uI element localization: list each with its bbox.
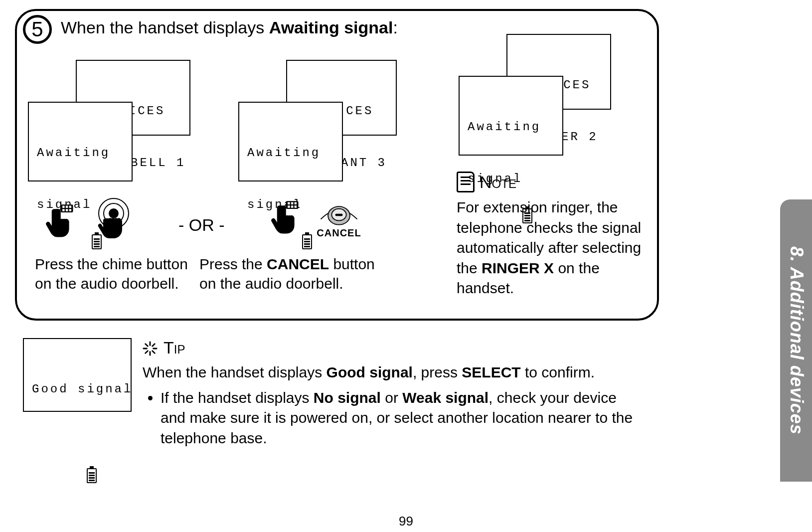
tip-bullet-mid: or	[381, 389, 402, 406]
page: 5 When the handset displays Awaiting sig…	[0, 0, 812, 532]
svg-rect-1	[62, 206, 65, 208]
tip-bullet-list: If the handset displays No signal or Wea…	[143, 388, 641, 449]
svg-line-27	[146, 351, 148, 353]
tip-line1-mid: , press	[413, 364, 462, 380]
svg-point-9	[109, 208, 119, 218]
lcd-stack-doorbell: DEVICES >DOORBELL 1 Awaiting signal	[28, 60, 177, 184]
lcd-await-1: Awaiting	[247, 145, 334, 162]
tip-body: When the handset displays Good signal, p…	[143, 362, 641, 383]
cancel-button-graphic: CANCEL	[314, 196, 364, 239]
svg-line-26	[153, 344, 155, 346]
tip-title: Tip	[163, 338, 185, 357]
cancel-button-label: CANCEL	[317, 227, 361, 239]
or-label: - OR -	[178, 215, 225, 235]
tip-bullet-pre: If the handset displays	[161, 389, 314, 406]
tip-line1-b2: SELECT	[462, 364, 520, 380]
svg-rect-15	[291, 205, 294, 208]
svg-rect-13	[295, 202, 297, 204]
tip-block: Tip When the handset displays Good signa…	[143, 338, 641, 450]
tip-bullet-b1: No signal	[314, 389, 381, 406]
step-number: 5	[31, 17, 43, 41]
svg-rect-6	[69, 209, 72, 211]
note-body: For extension ringer, the telephone chec…	[457, 197, 646, 299]
note-icon	[457, 172, 475, 192]
svg-rect-4	[62, 209, 65, 211]
tip-bullet: If the handset displays No signal or Wea…	[161, 388, 641, 449]
lcd-stack-ringer: DEVICES >RINGER 2 Awaiting signal	[459, 34, 608, 159]
note-heading: Note	[457, 172, 646, 192]
svg-rect-2	[66, 206, 68, 208]
action-chime-text: Press the chime button on the audio door…	[35, 254, 190, 293]
tip-line1-b1: Good signal	[326, 364, 413, 380]
step-number-badge: 5	[23, 15, 52, 44]
step-heading-pre: When the handset displays	[61, 18, 269, 37]
lcd-front-pendant: Awaiting signal	[238, 102, 343, 181]
svg-line-24	[146, 344, 148, 346]
section-tab: 8. Additional devices	[780, 199, 812, 482]
note-block: Note For extension ringer, the telephone…	[457, 172, 646, 299]
tip-line1-post: to confirm.	[521, 364, 595, 380]
lcd-front-doorbell: Awaiting signal	[28, 102, 133, 181]
hand-point-icon	[269, 200, 305, 236]
page-number: 99	[0, 514, 812, 529]
note-body-bold: RINGER X	[482, 260, 554, 276]
note-title: Note	[480, 173, 516, 192]
svg-rect-5	[66, 209, 68, 211]
action2-bold: CANCEL	[267, 256, 329, 272]
action-cancel-text: Press the CANCEL button on the audio doo…	[199, 254, 379, 293]
lcd-await-1: Awaiting	[37, 145, 124, 162]
svg-rect-14	[288, 205, 290, 208]
press-ripple-icon	[89, 196, 139, 246]
lcd-await-1: Awaiting	[468, 119, 554, 136]
step-heading-bold: Awaiting signal	[269, 18, 393, 37]
action-chime-icons	[44, 196, 139, 246]
good-signal-text: Good signal	[32, 381, 123, 398]
svg-rect-12	[291, 202, 294, 204]
section-tab-label: 8. Additional devices	[786, 246, 807, 435]
svg-rect-3	[69, 206, 72, 208]
good-signal-lcd: Good signal	[23, 338, 132, 412]
battery-icon	[87, 468, 97, 483]
step-heading-post: :	[393, 18, 397, 37]
svg-rect-11	[288, 202, 290, 204]
tip-bullet-b2: Weak signal	[402, 389, 488, 406]
sparkle-icon	[143, 341, 158, 355]
tip-line1-pre: When the handset displays	[143, 364, 326, 380]
svg-rect-19	[335, 214, 343, 216]
hand-point-icon	[44, 203, 80, 239]
svg-rect-16	[295, 205, 297, 208]
action2-pre: Press the	[199, 256, 267, 272]
action-cancel-icons: CANCEL	[269, 196, 364, 239]
lcd-front-ringer: Awaiting signal	[459, 76, 563, 156]
svg-line-25	[153, 351, 155, 353]
lcd-stack-pendant: DEVICES >PENDANT 3 Awaiting signal	[238, 60, 388, 184]
tip-heading: Tip	[143, 338, 641, 357]
step-5-heading: When the handset displays Awaiting signa…	[61, 18, 398, 37]
